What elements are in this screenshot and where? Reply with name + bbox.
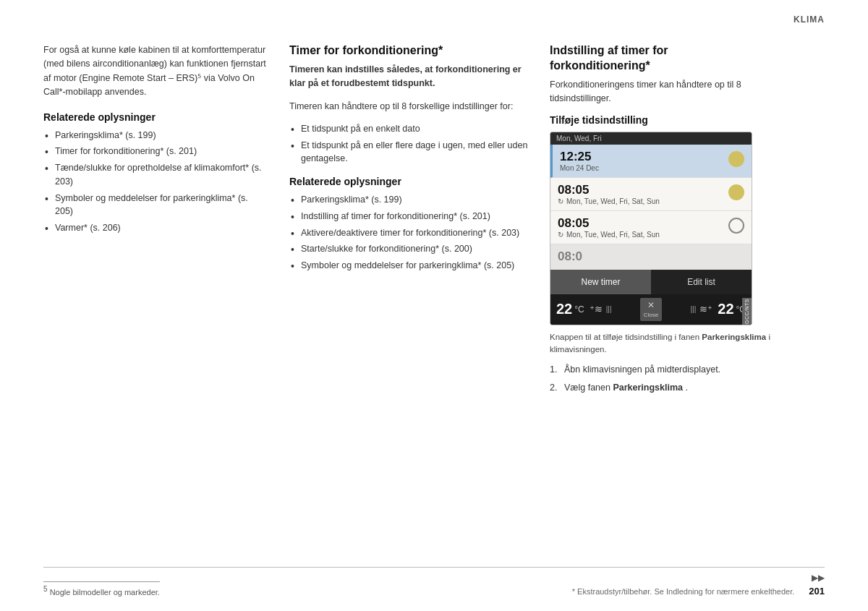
numbered-item-2: 2. Vælg fanen Parkeringsklima . bbox=[550, 381, 796, 395]
related-heading-middle: Relaterede oplysninger bbox=[289, 176, 528, 187]
list-item: Tænde/slukke for opretholdelse af klimak… bbox=[43, 161, 268, 189]
list-item: Et tidspunkt på en eller flere dage i ug… bbox=[289, 139, 528, 166]
section-body-middle-2: Timeren kan håndtere op til 8 forskellig… bbox=[289, 100, 528, 114]
screen-item-2-time: 08:05 bbox=[558, 183, 728, 197]
corner-label: GCC/NTS bbox=[742, 298, 752, 325]
section-title-middle: Timer for forkonditionering* bbox=[289, 43, 528, 59]
related-heading-left: Relaterede oplysninger bbox=[43, 111, 268, 123]
fan-left-icon: ⁺≋ bbox=[590, 304, 603, 315]
list-item: Timer for forkonditionering* (s. 201) bbox=[43, 145, 268, 158]
page: KLIMA For også at kunne køle kabinen til… bbox=[0, 0, 868, 611]
footer-right: ▶▶ * Ekstraudstyr/tilbehør. Se Indlednin… bbox=[572, 573, 825, 597]
page-header: KLIMA bbox=[793, 14, 825, 25]
numbered-list-right: 1. Åbn klimavisningen på midterdisplayet… bbox=[550, 363, 796, 396]
temp-left: 22 °C ⁺≋ ||| bbox=[556, 301, 612, 317]
screen-item-1[interactable]: 12:25 Mon 24 Dec bbox=[550, 145, 752, 178]
screen-item-2[interactable]: 08:05 ↻ Mon, Tue, Wed, Fri, Sat, Sun bbox=[550, 178, 752, 211]
screen-bottom-bar: 22 °C ⁺≋ ||| ✕ Close ||| ≋⁺ 22 °C bbox=[550, 294, 752, 324]
section-body-right: Forkonditioneringens timer kan håndtere … bbox=[550, 78, 796, 106]
col-left: For også at kunne køle kabinen til at ko… bbox=[43, 36, 268, 597]
screen-toggle-3[interactable] bbox=[728, 218, 744, 234]
content-area: For også at kunne køle kabinen til at ko… bbox=[43, 36, 825, 597]
page-nav: ▶▶ bbox=[812, 573, 825, 583]
screen-toggle-2[interactable] bbox=[728, 184, 744, 200]
col-middle: Timer for forkonditionering* Timeren kan… bbox=[289, 36, 528, 597]
list-item: Parkeringsklima* (s. 199) bbox=[43, 129, 268, 142]
screen-item-3-time: 08:05 bbox=[558, 216, 728, 231]
section-body-middle-1: Timeren kan indstilles således, at forko… bbox=[289, 63, 528, 91]
screen-caption: Knappen til at tilføje tidsindstilling i… bbox=[550, 331, 796, 356]
list-item: Parkeringsklima* (s. 199) bbox=[289, 193, 528, 207]
list-item: Et tidspunkt på en enkelt dato bbox=[289, 122, 528, 136]
screen-top-bar: Mon, Wed, Fri bbox=[550, 132, 752, 145]
screen-item-1-date: Mon 24 Dec bbox=[560, 164, 728, 172]
intro-text: For også at kunne køle kabinen til at ko… bbox=[43, 43, 268, 100]
screen-list: 12:25 Mon 24 Dec 08:05 ↻ bbox=[550, 145, 752, 270]
list-item: Symboler og meddelelser for parkeringkli… bbox=[289, 259, 528, 273]
list-item: Symboler og meddelelser for parkeringkli… bbox=[43, 192, 268, 219]
bullet-list-left: Parkeringsklima* (s. 199) Timer for fork… bbox=[43, 129, 268, 235]
close-button[interactable]: ✕ Close bbox=[640, 298, 662, 320]
screen-item-1-time: 12:25 bbox=[560, 150, 728, 164]
page-number: 201 bbox=[809, 586, 825, 597]
screen-item-4: 08:0 bbox=[550, 244, 752, 270]
footer-disclaimer: * Ekstraudstyr/tilbehør. Se Indledning f… bbox=[572, 587, 795, 596]
list-item: Aktivere/deaktivere timer for forkonditi… bbox=[289, 226, 528, 240]
list-item: Starte/slukke for forkonditionering* (s.… bbox=[289, 242, 528, 256]
section-title-right: Indstilling af timer for forkonditioneri… bbox=[550, 43, 796, 74]
repeat-icon: ↻ bbox=[558, 197, 563, 205]
related-list-middle: Parkeringsklima* (s. 199) Indstilling af… bbox=[289, 193, 528, 273]
screen-toggle-1[interactable] bbox=[728, 151, 744, 167]
numbered-item-1: 1. Åbn klimavisningen på midterdisplayet… bbox=[550, 363, 796, 377]
screen-item-3[interactable]: 08:05 ↻ Mon, Tue, Wed, Fri, Sat, Sun bbox=[550, 211, 752, 244]
screen-ui: Mon, Wed, Fri 12:25 Mon 24 Dec bbox=[550, 132, 752, 325]
sub-title-right: Tilføje tidsindstilling bbox=[550, 114, 796, 126]
screen-item-4-time: 08:0 bbox=[558, 249, 744, 264]
list-item: Indstilling af timer for forkonditioneri… bbox=[289, 210, 528, 223]
page-footer: 5 Nogle bilmodeller og markeder. ▶▶ * Ek… bbox=[43, 573, 825, 597]
fan-right-icon: ≋⁺ bbox=[699, 304, 712, 315]
footer-divider bbox=[43, 567, 825, 568]
temp-right: ||| ≋⁺ 22 °C bbox=[690, 301, 746, 317]
edit-list-button[interactable]: Edit list bbox=[651, 270, 752, 294]
list-item: Varmer* (s. 206) bbox=[43, 221, 268, 235]
screen-item-3-days: ↻ Mon, Tue, Wed, Fri, Sat, Sun bbox=[558, 231, 728, 239]
repeat-icon-2: ↻ bbox=[558, 231, 563, 239]
col-right: Indstilling af timer for forkonditioneri… bbox=[550, 36, 796, 597]
screen-buttons: New timer Edit list bbox=[550, 270, 752, 294]
screen-item-2-days: ↻ Mon, Tue, Wed, Fri, Sat, Sun bbox=[558, 197, 728, 205]
new-timer-button[interactable]: New timer bbox=[550, 270, 651, 294]
bullet-list-middle: Et tidspunkt på en enkelt dato Et tidspu… bbox=[289, 122, 528, 166]
footnote-section: 5 Nogle bilmodeller og markeder. bbox=[43, 581, 160, 597]
